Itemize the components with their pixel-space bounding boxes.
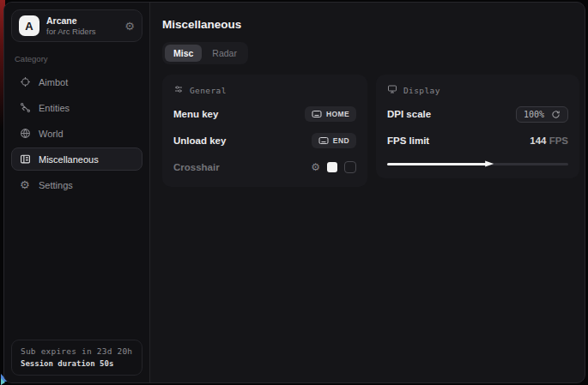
crosshair-color-swatch[interactable]	[327, 162, 337, 172]
crosshair-row: Crosshair ⚙	[173, 159, 356, 176]
sidebar-item-label: Settings	[39, 180, 73, 190]
dpi-scale-value: 100%	[524, 110, 544, 119]
display-card-header: Display	[387, 84, 568, 96]
account-card[interactable]: A Arcane for Arc Riders ⚙	[11, 9, 142, 42]
menu-key-label: Menu key	[173, 109, 218, 119]
dpi-scale-control[interactable]: 100%	[516, 106, 568, 123]
crosshair-label: Crosshair	[173, 162, 220, 172]
sidebar-item-miscellaneous[interactable]: Miscellaneous	[11, 147, 142, 171]
unload-key-row: Unload key END	[173, 132, 356, 149]
app-window: A Arcane for Arc Riders ⚙ Category Aimbo…	[3, 2, 585, 383]
display-card: Display DPI scale 100% FPS limit	[376, 75, 579, 178]
general-card-header: General	[173, 84, 356, 96]
sidebar-item-label: Entities	[39, 103, 70, 113]
tab-radar[interactable]: Radar	[203, 45, 246, 62]
sidebar-item-label: Aimbot	[39, 77, 68, 87]
unload-key-bind-button[interactable]: END	[312, 133, 356, 148]
subscription-info: Sub expires in 23d 20h Session duration …	[11, 340, 142, 376]
category-label: Category	[15, 54, 139, 63]
fps-limit-value: 144 FPS	[530, 135, 568, 146]
tab-bar: Misc Radar	[162, 42, 248, 64]
main-content: Miscellaneous Misc Radar General	[150, 3, 585, 382]
crosshair-checkbox[interactable]	[344, 161, 356, 173]
tab-misc[interactable]: Misc	[165, 45, 202, 62]
fps-number: 144	[530, 135, 546, 146]
sidebar-item-settings[interactable]: ⚙ Settings	[11, 173, 142, 196]
app-subtitle: for Arc Riders	[46, 27, 118, 36]
crosshair-settings-gear-icon[interactable]: ⚙	[311, 162, 320, 172]
fps-limit-row: FPS limit 144 FPS	[387, 132, 568, 149]
sidebar-item-world[interactable]: World	[11, 122, 142, 145]
slider-thumb[interactable]	[485, 159, 494, 168]
keyboard-icon	[312, 110, 322, 118]
sliders-icon	[173, 84, 184, 96]
cards-row: General Menu key HOME Unload key	[162, 75, 579, 187]
desktop-background: A Arcane for Arc Riders ⚙ Category Aimbo…	[0, 0, 588, 385]
crosshair-icon	[20, 76, 31, 87]
fps-slider-fill	[387, 163, 488, 165]
card-title: General	[190, 86, 227, 95]
sidebar-item-label: Miscellaneous	[39, 154, 99, 165]
account-text: Arcane for Arc Riders	[46, 15, 118, 36]
sidebar-item-entities[interactable]: Entities	[11, 96, 142, 119]
globe-icon	[20, 128, 31, 139]
fps-limit-slider[interactable]	[387, 160, 568, 167]
session-duration-text: Session duration 50s	[21, 359, 133, 368]
sidebar-item-aimbot[interactable]: Aimbot	[11, 70, 142, 93]
entities-icon	[20, 102, 31, 113]
app-logo: A	[19, 15, 39, 36]
app-logo-letter: A	[25, 20, 33, 33]
sub-expiry-text: Sub expires in 23d 20h	[21, 346, 133, 356]
app-title: Arcane	[46, 15, 118, 26]
menu-key-row: Menu key HOME	[173, 105, 356, 123]
general-card: General Menu key HOME Unload key	[162, 75, 367, 187]
grid-icon	[20, 153, 31, 165]
fps-unit: FPS	[549, 135, 568, 146]
page-title: Miscellaneous	[162, 18, 579, 31]
gear-icon: ⚙	[20, 179, 31, 190]
unload-key-label: Unload key	[173, 135, 226, 146]
keybind-value: HOME	[326, 110, 349, 118]
dpi-scale-label: DPI scale	[387, 109, 431, 119]
reset-icon	[551, 110, 561, 119]
fps-limit-label: FPS limit	[387, 135, 429, 146]
sidebar-item-label: World	[39, 129, 64, 139]
monitor-icon	[387, 84, 397, 96]
keybind-value: END	[333, 136, 349, 145]
sidebar-nav: Aimbot Entities	[11, 70, 142, 196]
crosshair-controls: ⚙	[311, 161, 356, 173]
card-title: Display	[403, 86, 440, 95]
gear-icon[interactable]: ⚙	[124, 21, 135, 32]
menu-key-bind-button[interactable]: HOME	[305, 106, 356, 122]
keyboard-icon	[318, 136, 329, 145]
sidebar: A Arcane for Arc Riders ⚙ Category Aimbo…	[4, 3, 150, 382]
dpi-scale-row: DPI scale 100%	[387, 105, 568, 123]
